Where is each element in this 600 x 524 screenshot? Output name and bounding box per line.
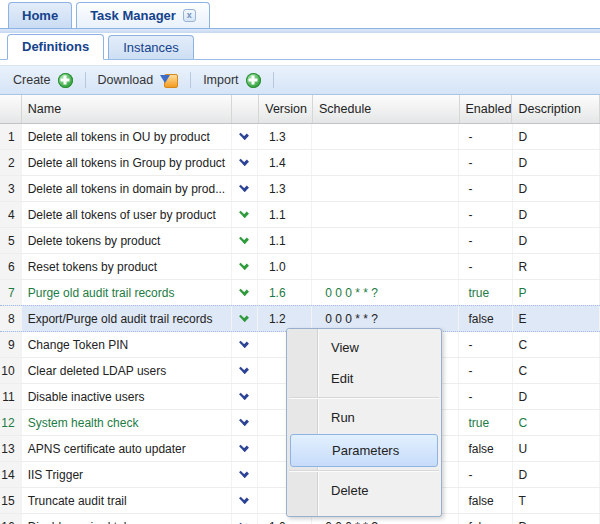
column-header-schedule[interactable]: Schedule [313,95,459,123]
tab-task-manager[interactable]: Task Manager x [76,2,210,28]
app: { "window_tabs": [ { "label": "Home", "a… [0,0,600,524]
cell-enabled: - [459,384,512,409]
cell-version: 1.1 [258,202,312,227]
table-row[interactable]: 2Delete all tokens in Group by product1.… [0,150,600,176]
column-header-name-label: Name [28,102,61,116]
row-number: 8 [0,306,22,331]
cell-name: Delete all tokens in domain by prod... [22,176,232,201]
toolbar: Create Download Import [0,65,600,95]
cell-description: D [513,514,600,524]
cell-name: Delete all tokens of user by product [22,202,232,227]
column-header-version[interactable]: Version [259,95,313,123]
column-header-enabled-label: Enabled [466,102,512,116]
cell-schedule: 0 0 0 * * ? [312,280,459,305]
cell-description: P [513,280,600,305]
cell-schedule [312,124,459,149]
row-number: 11 [0,384,22,409]
chevron-down-icon [239,156,249,166]
row-dropdown-button[interactable] [232,514,258,524]
menu-item-view[interactable]: View [287,332,441,363]
menu-item-edit[interactable]: Edit [287,363,441,394]
row-dropdown-button[interactable] [232,384,258,409]
chevron-down-icon [239,208,249,218]
cell-name: APNS certificate auto updater [22,436,232,461]
cell-name: Delete all tokens in OU by product [22,124,232,149]
cell-schedule [312,150,459,175]
cell-version: 1.3 [258,124,312,149]
import-button[interactable]: Import [196,70,267,91]
chevron-down-icon [239,468,249,478]
close-icon[interactable]: x [183,9,196,22]
cell-description: R [513,254,600,279]
cell-name: Disable inactive users [22,384,232,409]
cell-version: 1.0 [258,254,312,279]
grid-header: Name Version Schedule Enabled Descriptio… [0,95,600,124]
row-number: 12 [0,410,22,435]
tab-home[interactable]: Home [8,2,72,28]
row-dropdown-button[interactable] [232,176,258,201]
menu-item-parameters[interactable]: Parameters [290,434,438,467]
table-row[interactable]: 1Delete all tokens in OU by product1.3-D [0,124,600,150]
cell-version: 1.3 [258,176,312,201]
tab-definitions[interactable]: Definitions [7,34,104,60]
cell-description: U [513,436,600,461]
row-dropdown-button[interactable] [232,436,258,461]
table-row[interactable]: 5Delete tokens by product1.1-D [0,228,600,254]
cell-enabled: - [459,228,512,253]
cell-version: 1.4 [258,150,312,175]
cell-description: D [513,176,600,201]
download-button[interactable]: Download [91,69,186,91]
row-dropdown-button[interactable] [232,488,258,513]
menu-item-delete[interactable]: Delete [287,475,441,506]
chevron-down-icon [239,286,249,296]
create-button[interactable]: Create [6,70,80,91]
context-menu-items: ViewEditRunParametersDelete [287,332,441,506]
table-row[interactable]: 3Delete all tokens in domain by prod...1… [0,176,600,202]
row-dropdown-button[interactable] [232,254,258,279]
chevron-down-icon [239,312,249,322]
cell-name: Purge old audit trail records [22,280,232,305]
row-dropdown-button[interactable] [232,410,258,435]
column-header-enabled[interactable]: Enabled [460,95,513,123]
table-row[interactable]: 4Delete all tokens of user by product1.1… [0,202,600,228]
cell-name: Change Token PIN [22,332,232,357]
row-dropdown-button[interactable] [232,306,258,331]
row-dropdown-button[interactable] [232,280,258,305]
cell-enabled: true [459,410,512,435]
row-dropdown-button[interactable] [232,332,258,357]
cell-name: Delete all tokens in Group by product [22,150,232,175]
row-dropdown-button[interactable] [232,202,258,227]
table-row[interactable]: 6Reset tokens by product1.0-R [0,254,600,280]
row-number: 6 [0,254,22,279]
plus-circle-icon [246,73,261,88]
column-header-name[interactable]: Name [22,95,233,123]
cell-description: D [513,228,600,253]
toolbar-separator [85,72,86,88]
view-tab-bar: Definitions Instances [0,33,600,60]
cell-description: C [513,332,600,357]
chevron-down-icon [239,390,249,400]
row-dropdown-button[interactable] [232,228,258,253]
chevron-down-icon [239,234,249,244]
chevron-down-icon [239,520,249,524]
row-dropdown-button[interactable] [232,462,258,487]
tab-home-label: Home [22,8,58,23]
row-number: 9 [0,332,22,357]
cell-description: E [513,306,600,331]
cell-description: T [513,488,600,513]
column-header-description[interactable]: Description [512,95,600,123]
row-dropdown-button[interactable] [232,358,258,383]
context-menu: ViewEditRunParametersDelete [286,328,442,517]
menu-separator [289,397,439,399]
table-row[interactable]: 7Purge old audit trail records1.60 0 0 *… [0,280,600,306]
cell-version: 1.6 [258,280,312,305]
menu-item-run[interactable]: Run [287,402,441,433]
chevron-down-icon [239,442,249,452]
row-dropdown-button[interactable] [232,150,258,175]
row-dropdown-button[interactable] [232,124,258,149]
chevron-down-icon [239,130,249,140]
row-number: 3 [0,176,22,201]
cell-version: 1.1 [258,228,312,253]
tab-definitions-label: Definitions [22,39,89,54]
tab-instances[interactable]: Instances [108,35,194,59]
